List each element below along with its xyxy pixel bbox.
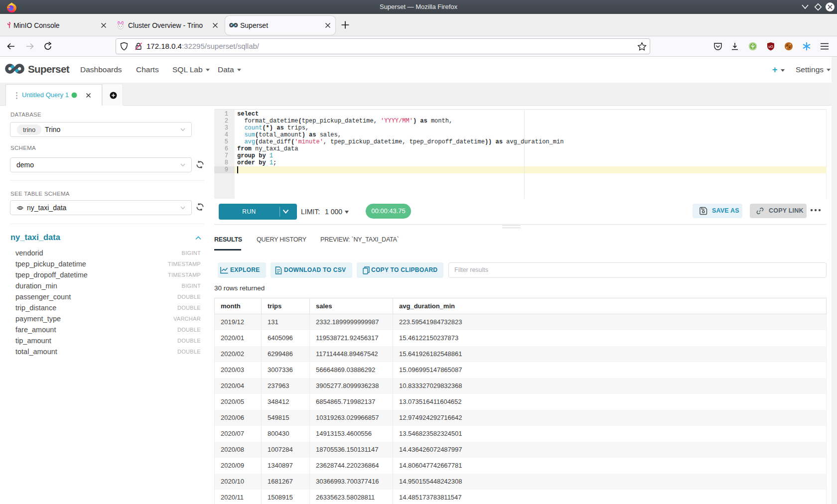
svg-text:uO: uO — [768, 45, 773, 48]
